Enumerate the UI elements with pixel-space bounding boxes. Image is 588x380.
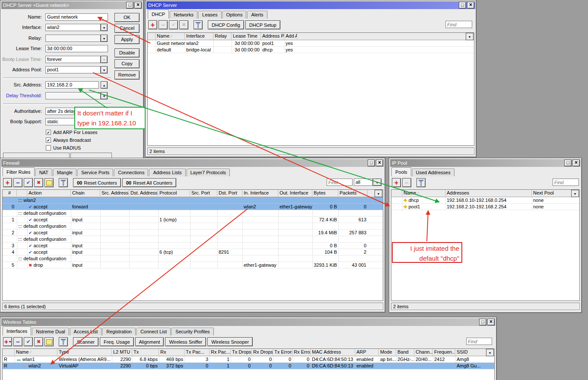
src-address-input[interactable]: 192.168.2.0 xyxy=(45,81,99,89)
header-tx-errors[interactable]: Tx Errors xyxy=(273,349,292,355)
header-type[interactable]: Type xyxy=(57,349,112,355)
ok-button[interactable]: OK xyxy=(114,13,140,22)
tab-leases[interactable]: Leases xyxy=(198,11,221,19)
header-band[interactable]: Band xyxy=(396,349,414,355)
bootp-lease-dropdown-button[interactable] xyxy=(101,56,108,63)
chain-filter-dropdown-button[interactable] xyxy=(373,179,381,186)
header-mac-address[interactable]: MAC Address xyxy=(311,349,355,355)
header-icon-col[interactable] xyxy=(17,190,27,196)
header-rx[interactable]: Rx xyxy=(159,349,184,355)
scanner-button[interactable]: Scanner xyxy=(73,337,99,346)
src-address-collapse-button[interactable] xyxy=(101,81,108,89)
titlebar[interactable]: IP Pool xyxy=(390,159,581,167)
ip-pool-row[interactable]: pool1 192.168.2.10-192.168.2.254 none xyxy=(391,204,579,210)
dhcp-config-button[interactable]: DHCP Config xyxy=(208,20,244,29)
header-interface[interactable]: Interface xyxy=(185,33,213,39)
comment-button[interactable] xyxy=(44,178,54,187)
add-button[interactable] xyxy=(3,178,12,187)
header-name[interactable]: Name xyxy=(402,190,445,196)
filter-button[interactable] xyxy=(194,20,203,29)
tab-connections[interactable]: Connections xyxy=(114,169,148,176)
tab-service-ports[interactable]: Service Ports xyxy=(77,169,113,176)
titlebar[interactable]: DHCP Server xyxy=(146,1,475,9)
filter-button[interactable] xyxy=(59,337,68,346)
add-button[interactable] xyxy=(392,178,401,187)
column-select-button[interactable] xyxy=(571,190,579,197)
header-protocol[interactable]: Protocol xyxy=(158,190,190,196)
header-addresses[interactable]: Addresses xyxy=(445,190,532,196)
address-pool-dropdown-button[interactable] xyxy=(101,66,108,73)
maximize-button[interactable] xyxy=(368,160,375,166)
maximize-button[interactable] xyxy=(479,319,486,326)
header-action[interactable]: Action xyxy=(27,190,71,196)
find-input[interactable] xyxy=(327,179,353,186)
relay-input[interactable] xyxy=(45,35,101,42)
titlebar[interactable]: DHCP Server <Guest network> xyxy=(1,1,143,9)
add-button[interactable] xyxy=(148,20,157,29)
delay-threshold-input[interactable] xyxy=(45,92,101,99)
column-select-button[interactable] xyxy=(375,190,382,197)
close-button[interactable] xyxy=(376,160,383,166)
header-in-interface[interactable]: In. Interface xyxy=(242,190,278,196)
disable-button[interactable] xyxy=(34,337,43,346)
firewall-comment-row[interactable]: ::: default configuration xyxy=(3,210,383,217)
header-chain[interactable]: Chain xyxy=(71,190,100,196)
cancel-button[interactable]: Cancel xyxy=(114,24,140,33)
close-button[interactable] xyxy=(467,2,474,9)
remove-button[interactable] xyxy=(13,337,22,346)
tab-address-lists[interactable]: Address Lists xyxy=(149,169,185,176)
comment-button[interactable] xyxy=(44,337,54,346)
header-flag-col[interactable] xyxy=(3,349,15,355)
header-tx-drops[interactable]: Tx Drops xyxy=(231,349,252,355)
tab-mangle[interactable]: Mangle xyxy=(53,169,76,176)
header-lease-time[interactable]: Lease Time xyxy=(232,33,261,39)
firewall-comment-row[interactable]: ::: default configuration xyxy=(3,255,383,262)
header-num[interactable]: # xyxy=(3,190,17,196)
firewall-rule-row[interactable]: 1 accept input 1 (icmp) 72.4 KiB 613 xyxy=(3,217,383,223)
dhcp-server-row[interactable]: Guest network wlan2 3d 00:00:00 pool1 ye… xyxy=(148,40,474,47)
header-tx-packets[interactable]: Tx Pac... xyxy=(184,349,210,355)
column-select-button[interactable] xyxy=(486,349,494,356)
delay-threshold-dropdown-button[interactable] xyxy=(101,92,108,99)
header-rx-errors[interactable]: Rx Errors xyxy=(292,349,311,355)
close-button[interactable] xyxy=(572,160,580,166)
tab-registration[interactable]: Registration xyxy=(102,328,136,335)
firewall-comment-row[interactable]: ::: default configuration xyxy=(3,223,383,230)
remove-button[interactable] xyxy=(159,20,168,29)
interface-input[interactable]: wlan2 xyxy=(45,24,101,31)
ip-pool-row[interactable]: dhcp 192.168.0.10-192.168.0.254 none xyxy=(391,197,579,204)
tab-nstreme-dual[interactable]: Nstreme Dual xyxy=(32,328,69,335)
find-input[interactable] xyxy=(466,338,492,345)
header-mode[interactable]: Mode xyxy=(379,349,396,355)
close-button[interactable] xyxy=(134,2,142,9)
header-src-address[interactable]: Src. Address xyxy=(100,190,129,196)
name-input[interactable]: Guest network xyxy=(45,13,108,21)
remove-button[interactable] xyxy=(402,178,411,187)
bootp-lease-input[interactable]: forever xyxy=(45,56,101,63)
close-button[interactable] xyxy=(487,319,495,326)
tab-interfaces[interactable]: Interfaces xyxy=(3,326,31,335)
wireless-interface-row[interactable]: R wlan2 VirtualAP 2290 0 bps 372 bps 0 1… xyxy=(3,363,494,369)
firewall-rule-row[interactable]: 2 accept input 19.4 MiB 257 883 xyxy=(3,230,383,236)
header-relay[interactable]: Relay xyxy=(213,33,232,39)
add-arp-checkbox[interactable] xyxy=(46,130,51,135)
reset-all-counters-button[interactable]: 00Reset All Counters xyxy=(122,178,176,187)
header-address-pool[interactable]: Address Pool xyxy=(261,33,284,39)
find-input[interactable] xyxy=(445,21,472,28)
header-packets[interactable]: Packets xyxy=(338,190,368,196)
tab-connect-list[interactable]: Connect List xyxy=(137,328,171,335)
header-ssid[interactable]: SSID xyxy=(455,349,489,355)
tab-pools[interactable]: Pools xyxy=(391,167,411,176)
copy-button[interactable]: Copy xyxy=(114,59,140,68)
titlebar[interactable]: Firewall xyxy=(1,159,384,167)
disable-button[interactable]: Disable xyxy=(114,48,140,57)
header-tx[interactable]: Tx xyxy=(132,349,159,355)
header-dst-port[interactable]: Dst. Port xyxy=(217,190,242,196)
freq-usage-button[interactable]: Freq. Usage xyxy=(100,337,134,346)
enable-button[interactable] xyxy=(24,178,33,187)
firewall-comment-row[interactable]: ::: wlan2 xyxy=(3,197,383,204)
header-channel[interactable]: Chann... xyxy=(414,349,433,355)
find-input[interactable] xyxy=(553,179,579,186)
maximize-button[interactable] xyxy=(564,160,572,166)
firewall-rule-row[interactable]: 0 accept forward wlan2 ether1-gateway 0 … xyxy=(3,204,383,210)
